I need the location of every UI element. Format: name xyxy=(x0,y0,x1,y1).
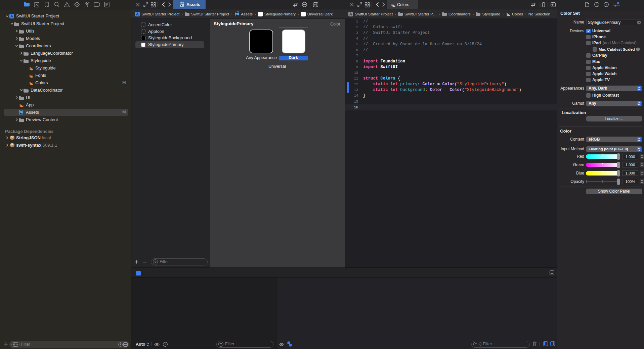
svg-text:?: ? xyxy=(605,3,607,6)
svg-text:i: i xyxy=(165,343,166,346)
